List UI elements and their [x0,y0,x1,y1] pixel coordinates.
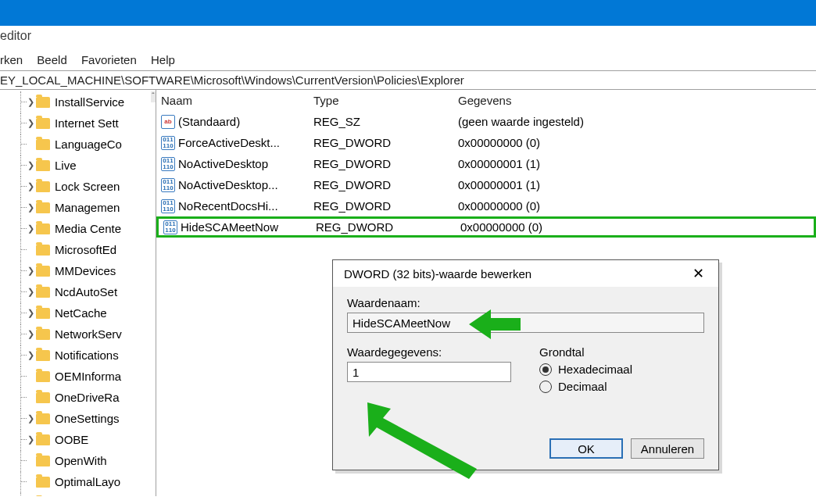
value-data: 0x00000000 (0) [458,136,816,149]
address-bar[interactable]: EY_LOCAL_MACHINE\SOFTWARE\Microsoft\Wind… [0,70,816,90]
tree-item[interactable]: ❯NcdAutoSet [0,281,156,302]
tree-item[interactable]: ❯NetCache [0,302,156,323]
tree-item-label: LanguageCo [55,138,122,151]
tree-item[interactable]: OneDriveRa [0,387,156,408]
tree-item-label: NetCache [55,306,107,320]
tree-item-label: NetworkServ [55,327,122,341]
tree-item-label: OneDriveRa [55,391,120,404]
folder-icon [36,434,50,445]
menu-item[interactable]: Beeld [37,53,66,66]
dword-value-icon: 011110 [161,136,175,150]
folder-icon [36,308,50,319]
menu-item[interactable]: rken [0,53,23,66]
tree-item[interactable]: ❯InstallService [0,91,156,113]
list-row[interactable]: 011110NoRecentDocsHi...REG_DWORD0x000000… [156,195,816,216]
tree-item-label: OpenWith [55,454,107,467]
value-name: (Standaard) [178,115,240,128]
column-header-type[interactable]: Type [313,94,458,107]
tree-item[interactable]: ❯Parental Cor [0,492,156,496]
tree-item[interactable]: ❯Notifications [0,345,156,366]
value-name-field[interactable] [347,313,704,333]
tree-item[interactable]: OptimalLayo [0,471,156,492]
value-type: REG_DWORD [313,178,458,191]
value-data: 0x00000001 (1) [458,178,816,191]
tree-item-label: Lock Screen [55,180,120,193]
menu-item[interactable]: Help [151,53,175,66]
value-data-field[interactable] [347,362,511,382]
window-title-fragment: editor [0,26,816,51]
dword-value-icon: 011110 [161,157,175,171]
folder-icon [36,223,50,234]
radio-dec[interactable]: Decimaal [539,380,632,393]
folder-icon [36,287,50,298]
folder-icon [36,181,50,192]
base-label: Grondtal [539,345,632,359]
folder-icon [36,118,50,129]
list-row[interactable]: 011110ForceActiveDeskt...REG_DWORD0x0000… [156,132,816,153]
tree-item[interactable]: ❯Live [0,155,156,176]
list-row[interactable]: 011110HideSCAMeetNowREG_DWORD0x00000000 … [156,216,816,238]
list-row[interactable]: ab(Standaard)REG_SZ(geen waarde ingestel… [156,111,816,132]
dialog-title: DWORD (32 bits)-waarde bewerken [344,267,531,281]
radio-hex-label: Hexadecimaal [558,363,632,376]
tree-item[interactable]: ❯OOBE [0,429,156,450]
tree-item-label: Managemen [55,201,120,214]
folder-icon [36,371,50,382]
value-type: REG_DWORD [313,157,458,170]
tree-item-label: OptimalLayo [55,475,120,488]
value-name: NoActiveDesktop... [178,178,278,191]
folder-icon [36,329,50,340]
tree-item[interactable]: LanguageCo [0,134,156,155]
tree-item[interactable]: ❯Media Cente [0,218,156,239]
ok-button[interactable]: OK [549,438,623,459]
folder-icon [36,160,50,171]
value-data: (geen waarde ingesteld) [458,115,816,128]
tree-item[interactable]: ❯MMDevices [0,260,156,281]
list-header: Naam Type Gegevens [156,90,816,111]
folder-icon [36,139,50,150]
tree-item[interactable]: OpenWith [0,450,156,471]
folder-icon [36,97,50,108]
dword-value-icon: 011110 [163,220,177,234]
tree-item-label: MMDevices [55,264,116,277]
folder-icon [36,266,50,277]
list-row[interactable]: 011110NoActiveDesktop...REG_DWORD0x00000… [156,174,816,195]
folder-icon [36,413,50,424]
folder-icon [36,245,50,256]
folder-icon [36,350,50,361]
tree-item-label: Live [55,159,77,172]
tree-item-label: NcdAutoSet [55,285,117,298]
folder-icon [36,477,50,488]
tree-item[interactable]: ❯Managemen [0,197,156,218]
tree-item-label: Internet Sett [55,116,119,130]
folder-icon [36,202,50,213]
tree-item[interactable]: ❯Lock Screen [0,176,156,197]
radio-icon [539,363,552,376]
tree-pane[interactable]: ˆ ❯InstallService❯Internet SettLanguageC… [0,90,156,496]
string-value-icon: ab [161,115,175,129]
cancel-button[interactable]: Annuleren [631,438,704,459]
tree-item[interactable]: ❯NetworkServ [0,323,156,345]
value-name: NoRecentDocsHi... [178,199,278,213]
radio-hex[interactable]: Hexadecimaal [539,363,632,376]
value-data: 0x00000001 (1) [458,157,816,170]
tree-item-label: OneSettings [55,412,120,425]
tree-item[interactable]: OEMInforma [0,366,156,387]
tree-item[interactable]: ❯OneSettings [0,408,156,429]
list-row[interactable]: 011110NoActiveDesktopREG_DWORD0x00000001… [156,153,816,174]
menu-item[interactable]: Favorieten [81,53,137,66]
tree-item-label: OEMInforma [55,370,121,383]
value-type: REG_DWORD [316,220,460,234]
radio-dec-label: Decimaal [558,380,607,393]
tree-item-label: InstallService [55,95,124,109]
value-type: REG_SZ [313,115,458,128]
folder-icon [36,392,50,403]
close-icon[interactable]: ✕ [686,263,710,284]
tree-item[interactable]: MicrosoftEd [0,239,156,260]
column-header-data[interactable]: Gegevens [458,94,816,107]
dword-value-icon: 011110 [161,199,175,213]
tree-item[interactable]: ❯Internet Sett [0,113,156,134]
column-header-name[interactable]: Naam [161,94,313,107]
radio-icon [539,381,552,393]
folder-icon [36,456,50,466]
